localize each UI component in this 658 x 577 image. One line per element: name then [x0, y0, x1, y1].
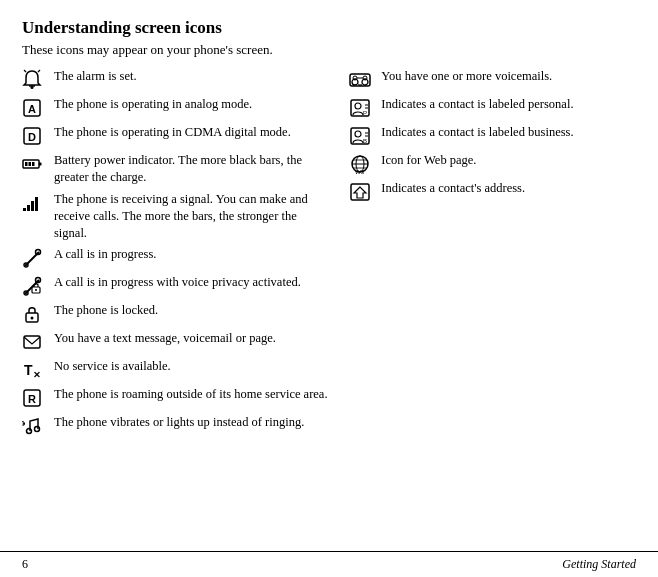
lock-description: The phone is locked.	[54, 302, 329, 319]
call-description: A call is in progress.	[54, 246, 329, 263]
page-footer: 6 Getting Started	[0, 551, 658, 577]
list-item: The phone is receiving a signal. You can…	[22, 191, 329, 242]
contact-address-icon	[349, 180, 381, 203]
list-item: W3 Icon for Web page.	[349, 152, 636, 175]
svg-rect-10	[25, 162, 28, 166]
svg-text:A: A	[28, 103, 36, 115]
roaming-description: The phone is roaming outside of its home…	[54, 386, 329, 403]
contact-address-description: Indicates a contact's address.	[381, 180, 636, 197]
list-item: The phone vibrates or lights up instead …	[22, 414, 329, 437]
no-service-description: No service is available.	[54, 358, 329, 375]
svg-marker-58	[354, 187, 366, 198]
footer-page-number: 6	[22, 557, 28, 572]
svg-point-26	[31, 317, 34, 320]
list-item: You have one or more voicemails.	[349, 68, 636, 91]
svg-text:R: R	[28, 393, 36, 405]
signal-description: The phone is receiving a signal. You can…	[54, 191, 329, 242]
svg-text:T: T	[24, 362, 33, 378]
voicemail-icon	[349, 68, 381, 91]
web-page-description: Icon for Web page.	[381, 152, 636, 169]
alarm-description: The alarm is set.	[54, 68, 329, 85]
lock-icon	[22, 302, 54, 325]
contact-business-icon: B	[349, 124, 381, 147]
web-page-icon: W3	[349, 152, 381, 175]
voice-privacy-description: A call is in progress with voice privacy…	[54, 274, 329, 291]
contact-personal-description: Indicates a contact is labeled personal.	[381, 96, 636, 113]
message-icon	[22, 330, 54, 353]
battery-description: Battery power indicator. The more black …	[54, 152, 329, 186]
svg-text:D: D	[28, 131, 36, 143]
svg-rect-15	[31, 201, 34, 211]
analog-description: The phone is operating in analog mode.	[54, 96, 329, 113]
page-container: Understanding screen icons These icons m…	[0, 0, 658, 577]
list-item: B Indicates a contact is labeled busines…	[349, 124, 636, 147]
list-item: A call is in progress.	[22, 246, 329, 269]
svg-rect-11	[29, 162, 32, 166]
svg-point-33	[35, 427, 40, 432]
svg-text:P: P	[363, 110, 367, 116]
list-item: D The phone is operating in CDMA digital…	[22, 124, 329, 147]
list-item: R The phone is roaming outside of its ho…	[22, 386, 329, 409]
svg-text:B: B	[363, 138, 367, 144]
roaming-icon: R	[22, 386, 54, 409]
svg-rect-13	[23, 208, 26, 211]
svg-rect-16	[35, 197, 38, 211]
two-column-layout: The alarm is set. A The phone is operati…	[22, 68, 636, 547]
vibrate-icon	[22, 414, 54, 437]
analog-icon: A	[22, 96, 54, 119]
svg-text:✕: ✕	[33, 370, 41, 380]
signal-icon	[22, 191, 54, 214]
svg-line-3	[38, 70, 40, 72]
contact-business-description: Indicates a contact is labeled business.	[381, 124, 636, 141]
list-item: Indicates a contact's address.	[349, 180, 636, 203]
page-title: Understanding screen icons	[22, 18, 636, 38]
svg-point-1	[31, 86, 34, 89]
alarm-icon	[22, 68, 54, 91]
left-column: The alarm is set. A The phone is operati…	[22, 68, 339, 547]
vibrate-description: The phone vibrates or lights up instead …	[54, 414, 329, 431]
cdma-icon: D	[22, 124, 54, 147]
no-service-icon: T ✕	[22, 358, 54, 381]
svg-point-24	[35, 289, 37, 291]
svg-rect-9	[39, 163, 42, 166]
voicemail-description: You have one or more voicemails.	[381, 68, 636, 85]
svg-line-2	[24, 70, 26, 72]
footer-section-title: Getting Started	[562, 557, 636, 572]
list-item: The phone is locked.	[22, 302, 329, 325]
list-item: A The phone is operating in analog mode.	[22, 96, 329, 119]
message-description: You have a text message, voicemail or pa…	[54, 330, 329, 347]
list-item: P Indicates a contact is labeled persona…	[349, 96, 636, 119]
subtitle: These icons may appear on your phone's s…	[22, 42, 636, 58]
svg-rect-12	[32, 162, 35, 166]
svg-text:W3: W3	[355, 169, 365, 175]
svg-rect-14	[27, 205, 30, 211]
list-item: The alarm is set.	[22, 68, 329, 91]
voice-privacy-icon	[22, 274, 54, 297]
call-icon	[22, 246, 54, 269]
list-item: Battery power indicator. The more black …	[22, 152, 329, 186]
right-column: You have one or more voicemails. P	[339, 68, 636, 547]
list-item: A call is in progress with voice privacy…	[22, 274, 329, 297]
list-item: T ✕ No service is available.	[22, 358, 329, 381]
svg-rect-27	[24, 336, 40, 348]
svg-point-42	[355, 103, 361, 109]
cdma-description: The phone is operating in CDMA digital m…	[54, 124, 329, 141]
svg-point-47	[355, 131, 361, 137]
battery-icon	[22, 152, 54, 175]
svg-point-32	[27, 429, 32, 434]
list-item: You have a text message, voicemail or pa…	[22, 330, 329, 353]
contact-personal-icon: P	[349, 96, 381, 119]
